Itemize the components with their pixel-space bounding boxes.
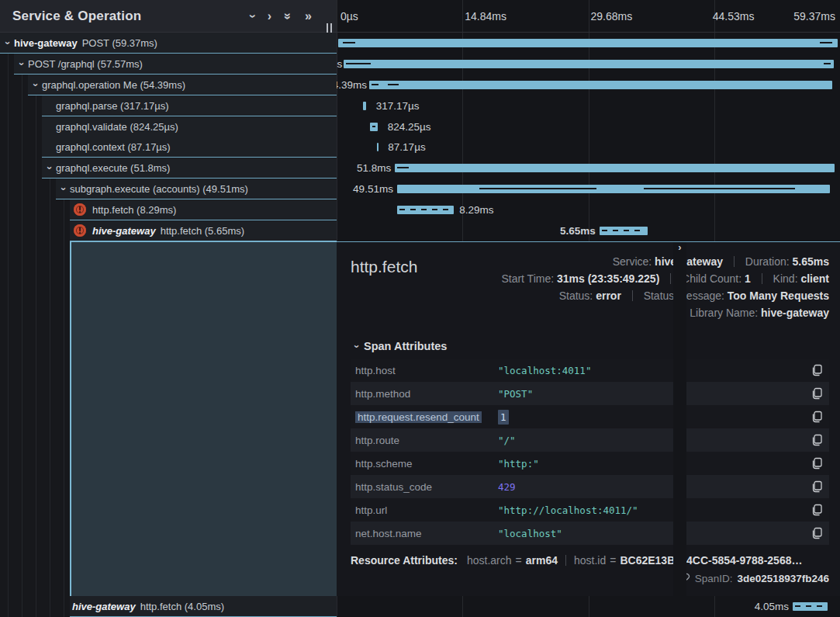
equals-sign: =	[610, 554, 616, 567]
copy-icon[interactable]	[811, 434, 823, 446]
resource-key: host.id	[574, 554, 606, 567]
collapse-one-icon[interactable]: ›	[246, 14, 258, 18]
span-id-value: 3de02518937fb246	[737, 573, 829, 584]
span-bar-row: 54.39ms	[337, 75, 840, 95]
expand-all-icon[interactable]: »	[305, 10, 312, 23]
span-bar-row	[337, 33, 840, 54]
span-detail-header: http.fetch Service: hive-gateway Duratio…	[351, 253, 829, 321]
resource-value: BC62E13B-C4CC-5854-9788-2568…	[620, 554, 802, 567]
error-icon: !	[74, 224, 86, 237]
library-name-label: Library Name:	[690, 307, 758, 319]
trace-viewer: Service & Operation › › » » hive-gateway…	[0, 0, 840, 617]
span-overview: Service: hive-gateway Duration: 5.65ms S…	[501, 253, 829, 321]
attribute-row: http.route "/"	[351, 428, 829, 452]
resource-attributes-row[interactable]: Resource Attributes: host.arch = arm64 h…	[351, 554, 829, 567]
ruler-tick: 0µs	[340, 0, 358, 33]
span-bar-row: 317.17µs	[337, 95, 840, 116]
library-name-value: hive-gateway	[761, 307, 829, 319]
status-value: error	[596, 289, 621, 302]
tree-header-title: Service & Operation	[0, 9, 141, 24]
span-bar-row: 87.17µs	[337, 137, 840, 158]
attribute-value: "localhost:4011"	[498, 365, 591, 376]
span-bar[interactable]	[395, 164, 835, 172]
tree-row-http-fetch-405[interactable]: hive-gateway http.fetch (4.05ms)	[70, 596, 337, 617]
attribute-key: http.status_code	[355, 481, 498, 493]
copy-icon[interactable]	[811, 527, 823, 539]
tree-row-http-fetch-565-selected[interactable]: ! hive-gateway http.fetch (5.65ms)	[70, 220, 337, 241]
attribute-row: http.method "POST"	[351, 382, 829, 405]
copy-icon[interactable]	[811, 504, 823, 516]
tree-row-http-fetch-829[interactable]: ! http.fetch (8.29ms)	[70, 199, 337, 220]
collapse-all-icon[interactable]: »	[282, 12, 295, 19]
span-bar[interactable]	[397, 185, 830, 193]
span-bar[interactable]	[363, 102, 367, 110]
tree-row-subgraph-execute[interactable]: subgraph.execute (accounts) (49.51ms)	[56, 179, 337, 199]
span-bar[interactable]	[397, 206, 454, 214]
ruler-tick: 59.37ms	[793, 0, 835, 33]
attribute-key: http.scheme	[355, 458, 498, 470]
span-name: graphql.parse (317.17µs)	[56, 100, 169, 112]
overview-line: Service: hive-gateway Duration: 5.65ms	[501, 253, 829, 270]
equals-sign: =	[516, 554, 522, 567]
span-bar[interactable]	[370, 123, 378, 131]
attribute-key: http.host	[355, 365, 498, 376]
span-name: POST (59.37ms)	[82, 37, 157, 49]
tree-row-hive-gateway-post[interactable]: hive-gateway POST (59.37ms)	[0, 33, 337, 54]
chevron-down-icon[interactable]	[30, 80, 42, 90]
kind-label: Kind:	[773, 272, 798, 285]
span-attributes-header[interactable]: Span Attributes	[351, 340, 829, 352]
ruler-tick: 44.53ms	[713, 0, 755, 33]
copy-icon[interactable]	[811, 411, 823, 423]
attribute-row-selected: http.request.resend_count 1	[351, 405, 829, 428]
service-name: hive-gateway	[92, 225, 156, 237]
copy-icon[interactable]	[811, 387, 823, 400]
duration-label: 51.8ms	[357, 158, 391, 179]
chevron-down-icon[interactable]	[2, 38, 14, 48]
attribute-value: "/"	[498, 435, 516, 446]
copy-icon[interactable]	[811, 364, 823, 376]
duration-label: 87.17µs	[388, 137, 425, 158]
ruler-tick: 14.84ms	[465, 0, 506, 33]
tree-row-graphql-operation[interactable]: graphql.operation Me (54.39ms)	[28, 75, 337, 95]
span-attributes-table: http.host "localhost:4011" http.method "…	[351, 359, 829, 545]
span-bar-row: 8.29ms	[337, 199, 840, 220]
attribute-row: http.status_code 429	[351, 475, 829, 498]
timeline-ruler: 0µs 14.84ms 29.68ms 44.53ms 59.37ms	[337, 0, 840, 33]
tree-row-graphql-execute[interactable]: graphql.execute (51.8ms)	[42, 158, 337, 179]
tree-row-post-graphql[interactable]: POST /graphql (57.57ms)	[14, 54, 337, 75]
copy-icon[interactable]	[811, 480, 823, 493]
chevron-down-icon[interactable]	[44, 163, 56, 173]
duration-label: 49.51ms	[353, 179, 393, 199]
ruler-tick: 29.68ms	[591, 0, 633, 33]
copy-icon[interactable]	[811, 457, 823, 470]
tree-header: Service & Operation › › » »	[0, 0, 337, 33]
tree-header-actions: › › » »	[251, 10, 337, 23]
span-bar[interactable]	[369, 81, 832, 89]
duration-label: 5.65ms	[560, 220, 596, 241]
service-label: Service:	[613, 255, 652, 268]
span-name: http.fetch (8.29ms)	[92, 204, 176, 216]
divider	[565, 555, 566, 566]
tree-row-graphql-validate[interactable]: graphql.validate (824.25µs)	[42, 116, 337, 137]
overview-line: Start Time: 31ms (23:35:49.225) Child Co…	[501, 270, 829, 287]
span-tree-panel: Service & Operation › › » » hive-gateway…	[0, 0, 337, 617]
span-bar[interactable]	[338, 39, 838, 47]
span-bar-row: 51.8ms	[337, 158, 840, 179]
span-bar[interactable]	[600, 227, 648, 235]
start-time-value: 31ms (23:35:49.225)	[557, 272, 659, 285]
duration-label: 4.05ms	[755, 596, 789, 617]
tree-row-graphql-context[interactable]: graphql.context (87.17µs)	[42, 137, 337, 158]
span-bar-row: 49.51ms	[337, 179, 840, 199]
divider	[670, 273, 671, 284]
duration-value: 5.65ms	[793, 255, 829, 268]
expand-one-icon[interactable]: ›	[268, 10, 271, 23]
chevron-down-icon[interactable]	[16, 59, 28, 69]
chevron-down-icon[interactable]	[58, 184, 70, 194]
child-count-label: Child Count:	[682, 272, 741, 285]
duration-label: Duration:	[745, 255, 790, 268]
span-bar[interactable]	[377, 143, 379, 151]
span-bar[interactable]	[344, 60, 833, 68]
tree-row-graphql-parse[interactable]: graphql.parse (317.17µs)	[42, 95, 337, 116]
duration-label: 54.39ms	[337, 75, 367, 95]
span-bar[interactable]	[793, 602, 828, 611]
